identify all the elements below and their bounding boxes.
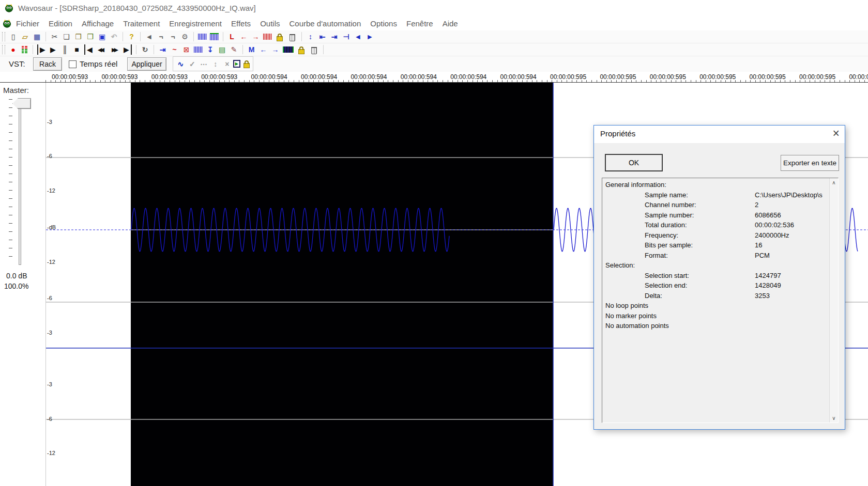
help-icon[interactable]: ? (126, 32, 138, 42)
dialog-title-bar[interactable]: Propriétés × (594, 126, 845, 143)
delete-doc-icon[interactable]: ⊠ (180, 44, 192, 55)
master-fader-track[interactable] (19, 100, 21, 265)
connector-b-icon[interactable]: ¬ (167, 32, 179, 42)
copy-icon[interactable]: ❏ (60, 32, 72, 42)
dialog-row: No loop points (602, 302, 838, 311)
grip-handle[interactable] (2, 45, 5, 54)
close-icon[interactable]: × (833, 127, 840, 140)
rewind-icon[interactable]: ◀◀ (94, 44, 108, 55)
undo-icon[interactable]: ↶ (108, 32, 120, 42)
marker-next-icon[interactable]: → (269, 44, 281, 55)
wave-paste-icon[interactable] (210, 33, 219, 40)
lock-icon[interactable] (277, 36, 283, 41)
zoom-vertical-icon[interactable]: ↕ (304, 32, 316, 42)
vertical-resize-icon[interactable]: ↕ (210, 59, 222, 69)
zoom-one-to-one-icon[interactable]: ⊣ (340, 32, 352, 42)
menu-outils[interactable]: Outils (255, 18, 284, 29)
zoom-in-selection-icon[interactable]: ⇥ (328, 32, 340, 42)
time-ruler[interactable]: 00:00:00:59300:00:00:59300:00:00:59300:0… (0, 72, 868, 83)
trash-icon[interactable] (311, 47, 317, 54)
zoom-out-selection-icon[interactable]: ⇤ (316, 32, 328, 42)
menu-fen-tre[interactable]: Fenêtre (402, 18, 438, 29)
speaker-icon[interactable]: ◄ (143, 32, 155, 42)
menu-edition[interactable]: Edition (44, 18, 77, 29)
automation-curve-icon[interactable]: ∿ (175, 59, 187, 69)
goto-prev-icon[interactable]: ← (238, 32, 250, 42)
record-icon[interactable]: ● (7, 44, 19, 55)
go-start-icon[interactable]: ◀ (84, 44, 94, 55)
window-title: Wavosaur - [SDRSharp_20180430_072508Z_43… (18, 4, 256, 12)
dialog-row: Format:PCM (602, 252, 838, 261)
go-end-icon[interactable]: ▶ (122, 44, 132, 55)
menu-options[interactable]: Options (366, 18, 402, 29)
apply-check-icon[interactable]: ✓ (187, 59, 199, 69)
fast-forward-icon[interactable]: ▶▶ (108, 44, 122, 55)
ok-button[interactable]: OK (605, 154, 663, 171)
wave-copy-icon[interactable] (198, 34, 207, 40)
marker-icon[interactable]: M (246, 44, 257, 55)
separator (223, 32, 223, 41)
wave-process-icon[interactable] (194, 46, 203, 53)
prev-view-icon[interactable]: ◄ (352, 32, 364, 42)
dialog-row-value: 2 (755, 201, 827, 209)
new-file-icon[interactable]: ▯ (7, 32, 19, 42)
wrench-icon[interactable]: ⚙ (179, 32, 191, 42)
menu-fichier[interactable]: Fichier (11, 18, 44, 29)
lock-icon[interactable] (243, 63, 250, 68)
apply-button[interactable]: Appliquer (127, 57, 166, 71)
dialog-row-label: Selection: (605, 261, 635, 269)
loop-icon[interactable]: ↻ (139, 44, 151, 55)
batch-icon[interactable]: ▤ (216, 44, 228, 55)
title-bar: Wavosaur - [SDRSharp_20180430_072508Z_43… (0, 0, 868, 16)
wave-locators-icon[interactable] (263, 34, 272, 40)
menu-courbe-d-automation[interactable]: Courbe d'automation (284, 18, 366, 29)
dialog-row-label: Sample name: (645, 191, 688, 199)
paste-icon[interactable]: ❐ (72, 32, 84, 42)
dialog-row: Total duration:00:00:02:536 (602, 221, 838, 231)
grip-handle[interactable] (2, 32, 5, 41)
separator (136, 45, 136, 54)
insert-icon[interactable]: ⇥ (157, 44, 169, 55)
menu-affichage[interactable]: Affichage (77, 18, 118, 29)
delete-curve-icon[interactable]: × (221, 59, 233, 69)
play-from-cursor-icon[interactable]: ▶ (37, 44, 47, 55)
menu-aide[interactable]: Aide (438, 18, 463, 29)
menu-enregistrement[interactable]: Enregistrement (164, 18, 226, 29)
menu-effets[interactable]: Effets (226, 18, 255, 29)
vu-meter-icon[interactable] (22, 46, 27, 54)
normalize-icon[interactable]: ↧ (204, 44, 216, 55)
db-scale-label: -6 (47, 295, 57, 302)
marker-wave-icon[interactable] (283, 46, 294, 53)
separator (323, 45, 324, 54)
dialog-row-label: No marker points (605, 312, 657, 320)
trim-icon[interactable]: ▣ (96, 32, 108, 42)
trash-icon[interactable] (290, 34, 295, 41)
pause-icon[interactable]: ║ (59, 44, 71, 55)
ruler-label: 00:00:00:595 (650, 73, 686, 81)
left-locator-icon[interactable]: L (226, 32, 238, 42)
export-text-button[interactable]: Exporter en texte (781, 155, 839, 171)
pencil-icon[interactable]: ✎ (228, 44, 240, 55)
scroll-down-icon[interactable]: ∨ (830, 415, 838, 421)
statistics-icon[interactable]: ~ (169, 44, 180, 55)
next-view-icon[interactable]: ► (364, 32, 376, 42)
points-icon[interactable]: ⋯ (198, 59, 210, 69)
db-scale-label: -12 (47, 450, 57, 457)
ruler-label: 00:00:00:593 (101, 73, 138, 81)
open-file-icon[interactable]: ▱ (19, 32, 31, 42)
cut-icon[interactable]: ✂ (49, 32, 60, 42)
menu-traitement[interactable]: Traitement (118, 18, 164, 29)
save-file-icon[interactable]: ▦ (31, 32, 43, 42)
play-automation-icon[interactable]: ▶ (233, 60, 241, 68)
goto-next-icon[interactable]: → (250, 32, 262, 42)
rack-button[interactable]: Rack (33, 57, 62, 71)
automation-toolbar: ∿✓⋯↕×▶ (173, 56, 253, 71)
marker-prev-icon[interactable]: ← (257, 44, 269, 55)
stop-icon[interactable]: ■ (71, 44, 83, 55)
connector-a-icon[interactable]: ¬ (155, 32, 167, 42)
lock-icon[interactable] (298, 49, 304, 54)
play-icon[interactable]: ▶ (47, 44, 59, 55)
realtime-checkbox[interactable] (69, 60, 77, 68)
paste-special-icon[interactable]: ❒ (84, 32, 96, 42)
master-fader-handle[interactable] (12, 98, 31, 109)
